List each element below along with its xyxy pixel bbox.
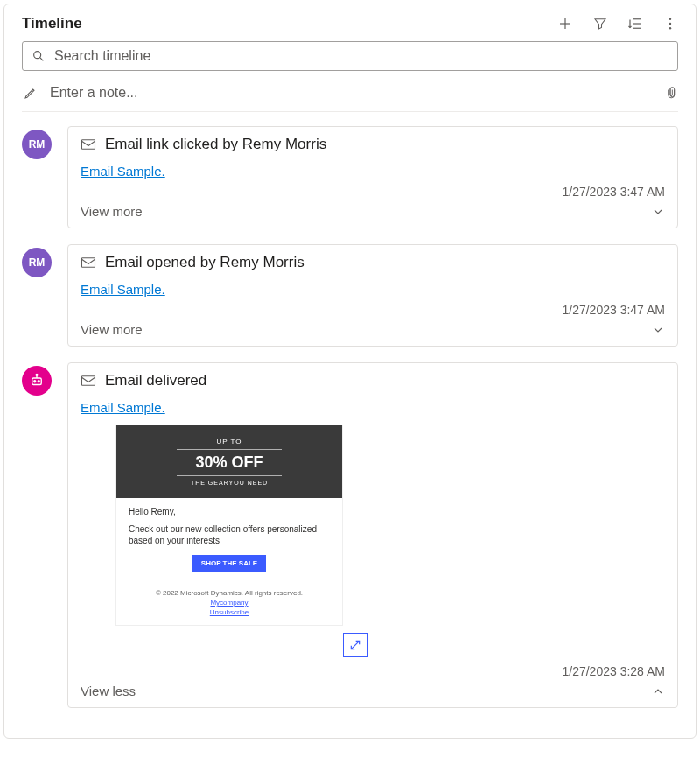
search-icon	[32, 49, 46, 63]
svg-line-9	[40, 58, 44, 61]
card-title: Email link clicked by Remy Morris	[105, 136, 326, 153]
bot-avatar	[22, 366, 52, 396]
timestamp: 1/27/2023 3:47 AM	[80, 185, 665, 199]
pencil-icon[interactable]	[24, 86, 38, 100]
svg-point-8	[34, 52, 41, 59]
avatar: RM	[22, 130, 52, 159]
timeline-card[interactable]: Email opened by Remy Morris Email Sample…	[67, 244, 678, 347]
chevron-down-icon	[651, 205, 665, 219]
email-sample-link[interactable]: Email Sample.	[80, 282, 165, 297]
search-input[interactable]	[52, 47, 668, 65]
timestamp: 1/27/2023 3:28 AM	[80, 664, 665, 678]
unsubscribe-link[interactable]: Unsubscribe	[120, 608, 339, 616]
shop-sale-button[interactable]: SHOP THE SALE	[192, 555, 266, 572]
preview-upto: UP TO	[123, 438, 335, 446]
svg-point-6	[669, 23, 671, 25]
view-more-toggle[interactable]: View more	[80, 204, 665, 219]
card-title: Email opened by Remy Morris	[105, 254, 304, 271]
page-title: Timeline	[22, 15, 82, 32]
svg-point-16	[36, 374, 38, 375]
more-icon[interactable]	[662, 16, 678, 32]
expand-preview-button[interactable]	[343, 633, 368, 657]
timeline-entry: RM Email opened by Remy Morris Email Sam…	[22, 244, 678, 347]
svg-rect-11	[82, 258, 95, 268]
email-sample-link[interactable]: Email Sample.	[80, 164, 165, 179]
mail-icon	[80, 138, 96, 151]
email-preview: UP TO 30% OFF THE GEARYOU NEED Hello Rem…	[116, 425, 343, 626]
timeline-card[interactable]: Email link clicked by Remy Morris Email …	[67, 126, 678, 228]
filter-icon[interactable]	[592, 16, 608, 32]
expand-label: View more	[80, 322, 143, 337]
sort-icon[interactable]	[627, 16, 643, 32]
chevron-up-icon	[651, 684, 665, 698]
note-input[interactable]: Enter a note...	[50, 85, 652, 101]
mail-icon	[80, 256, 96, 269]
preview-subhead: THE GEARYOU NEED	[123, 480, 335, 486]
add-icon[interactable]	[557, 16, 573, 32]
svg-point-13	[34, 381, 36, 382]
svg-point-14	[38, 381, 39, 382]
expand-label: View more	[80, 204, 143, 219]
avatar: RM	[22, 248, 52, 277]
timestamp: 1/27/2023 3:47 AM	[80, 303, 665, 317]
attachment-icon[interactable]	[664, 85, 676, 101]
preview-copyright: © 2022 Microsoft Dynamics. All rights re…	[156, 589, 303, 597]
svg-line-18	[351, 641, 359, 649]
svg-point-7	[669, 27, 671, 29]
chevron-down-icon	[651, 323, 665, 337]
timeline-entry: Email delivered Email Sample. UP TO 30% …	[22, 362, 678, 708]
view-less-toggle[interactable]: View less	[80, 684, 665, 698]
expand-label: View less	[80, 684, 136, 698]
svg-rect-10	[82, 140, 95, 150]
email-sample-link[interactable]: Email Sample.	[80, 400, 165, 415]
preview-discount: 30% OFF	[177, 449, 282, 476]
view-more-toggle[interactable]: View more	[80, 322, 665, 337]
search-box[interactable]	[22, 41, 678, 71]
svg-rect-17	[82, 376, 95, 386]
svg-point-5	[669, 18, 671, 20]
mail-icon	[80, 375, 96, 387]
card-title: Email delivered	[105, 372, 206, 390]
timeline-entry: RM Email link clicked by Remy Morris Ema…	[22, 126, 678, 228]
preview-greeting: Hello Remy,	[129, 507, 330, 516]
company-link[interactable]: Mycompany	[120, 599, 339, 607]
preview-message: Check out our new collection offers pers…	[129, 523, 330, 546]
timeline-card[interactable]: Email delivered Email Sample. UP TO 30% …	[67, 362, 678, 708]
